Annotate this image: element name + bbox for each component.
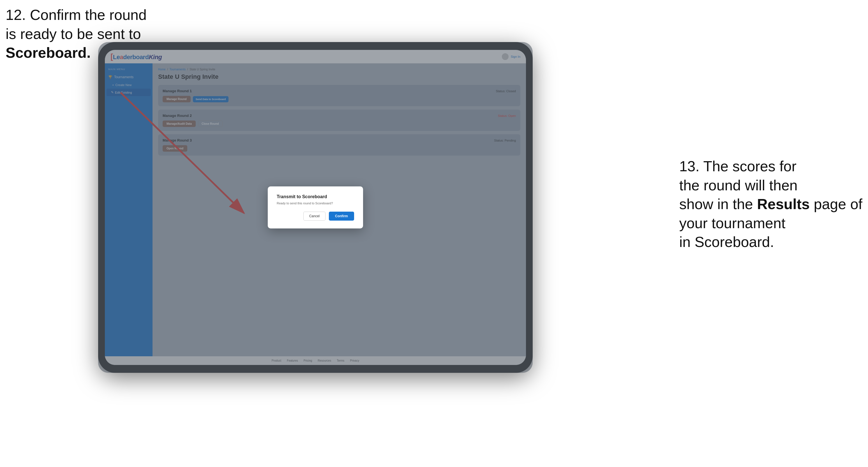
annotation-right-line4: page of (814, 196, 863, 212)
annotation-right-line3: show in the (679, 196, 753, 212)
confirm-button[interactable]: Confirm (329, 212, 354, 221)
annotation-right-line5: your tournament (679, 215, 785, 231)
annotation-right-line1: 13. The scores for (679, 158, 797, 174)
modal-buttons: Cancel Confirm (277, 212, 354, 221)
annotation-bold: Scoreboard. (6, 44, 91, 61)
annotation-right-line2: the round will then (679, 177, 798, 193)
modal-subtitle: Ready to send this round to Scoreboard? (277, 201, 354, 205)
annotation-line2: is ready to be sent to (6, 26, 141, 42)
tablet-frame: [LeaderboardKing Sign In MAIN MENU 🏆 Tou… (98, 42, 533, 373)
annotation-line1: 12. Confirm the round (6, 7, 147, 23)
modal-title: Transmit to Scoreboard (277, 194, 354, 199)
transmit-modal: Transmit to Scoreboard Ready to send thi… (268, 186, 363, 228)
tablet-screen: [LeaderboardKing Sign In MAIN MENU 🏆 Tou… (105, 50, 526, 365)
annotation-right-bold: Results (757, 196, 810, 212)
annotation-right-line6: in Scoreboard. (679, 234, 774, 250)
modal-overlay: Transmit to Scoreboard Ready to send thi… (153, 63, 526, 356)
annotation-right: 13. The scores for the round will then s… (679, 157, 862, 252)
cancel-button[interactable]: Cancel (303, 212, 326, 221)
content-area: Home / Tournaments / State U Spring Invi… (153, 63, 526, 356)
main-area: MAIN MENU 🏆 Tournaments + Create New ✎ E… (105, 63, 526, 356)
